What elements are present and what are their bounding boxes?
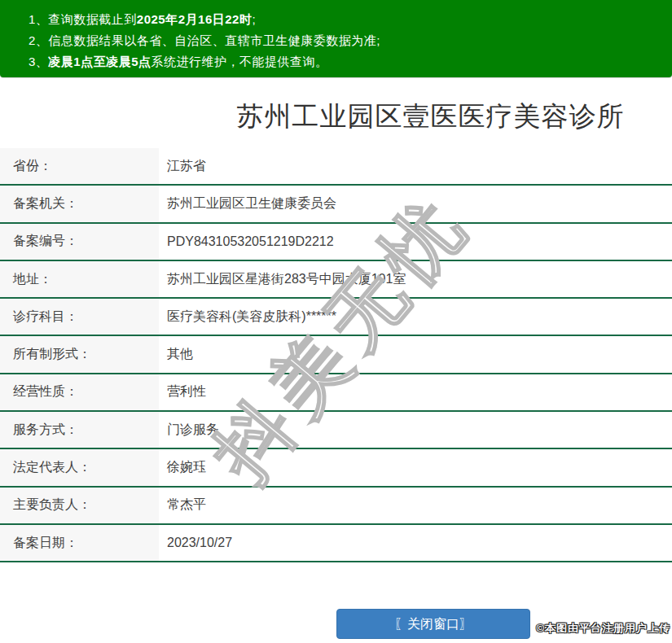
row-value: 医疗美容科(美容皮肤科)****** — [159, 299, 672, 335]
row-label: 地址： — [0, 261, 159, 297]
row-value: 苏州工业园区星港街283号中园大厦101室 — [159, 261, 672, 297]
notice-banner: 1、查询数据截止到2025年2月16日22时; 2、信息数据结果以各省、自治区、… — [0, 0, 672, 77]
notice-line-3-suffix: 系统进行维护，不能提供查询。 — [152, 55, 328, 68]
table-row-province: 省份： 江苏省 — [0, 148, 672, 186]
table-row-filing-date: 备案日期： 2023/10/27 — [0, 525, 672, 562]
table-row-service-mode: 服务方式： 门诊服务 — [0, 412, 672, 449]
row-label: 诊疗科目： — [0, 299, 159, 335]
row-value: 江苏省 — [159, 148, 672, 184]
row-label: 主要负责人： — [0, 488, 159, 523]
notice-line-3-text: 3、 — [29, 55, 48, 68]
row-label: 省份： — [0, 148, 159, 184]
row-value: 营利性 — [159, 374, 672, 410]
row-value: 苏州工业园区卫生健康委员会 — [159, 186, 672, 221]
row-value: 门诊服务 — [159, 412, 672, 448]
table-row-principal-person: 主要负责人： 常杰平 — [0, 488, 672, 525]
row-label: 备案编号： — [0, 224, 159, 260]
uploader-watermark: ©本图由平台注册用户上传 — [536, 621, 670, 636]
registration-info-table: 省份： 江苏省 备案机关： 苏州工业园区卫生健康委员会 备案编号： PDY843… — [0, 148, 672, 562]
notice-line-3-bold: 凌晨1点至凌晨5点 — [48, 55, 151, 68]
notice-line-1-bold: 2025年2月16日22时 — [137, 12, 253, 26]
row-label: 备案机关： — [0, 186, 159, 221]
row-value: 其他 — [159, 336, 672, 372]
page-title: 苏州工业园区壹医医疗美容诊所 — [94, 98, 672, 135]
row-label: 法定代表人： — [0, 449, 159, 485]
notice-line-2: 2、信息数据结果以各省、自治区、直辖市卫生健康委数据为准; — [29, 30, 664, 51]
table-row-business-nature: 经营性质： 营利性 — [0, 374, 672, 412]
row-value: 徐婉珏 — [159, 449, 672, 485]
row-label: 服务方式： — [0, 412, 159, 448]
table-row-legal-representative: 法定代表人： 徐婉珏 — [0, 449, 672, 487]
notice-line-1-text: 1、查询数据截止到 — [29, 12, 137, 26]
close-window-button[interactable]: 〖关闭窗口〗 — [336, 609, 530, 639]
row-label: 备案日期： — [0, 525, 159, 561]
table-row-filing-authority: 备案机关： 苏州工业园区卫生健康委员会 — [0, 186, 672, 223]
row-value: PDY84310532051219D2212 — [159, 224, 672, 260]
row-label: 所有制形式： — [0, 336, 159, 372]
notice-line-1-suffix: ; — [252, 12, 256, 26]
row-label: 经营性质： — [0, 374, 159, 410]
table-row-ownership-form: 所有制形式： 其他 — [0, 336, 672, 374]
table-row-clinical-subjects: 诊疗科目： 医疗美容科(美容皮肤科)****** — [0, 299, 672, 336]
row-value: 2023/10/27 — [159, 525, 672, 561]
notice-line-3: 3、凌晨1点至凌晨5点系统进行维护，不能提供查询。 — [29, 51, 664, 72]
table-row-address: 地址： 苏州工业园区星港街283号中园大厦101室 — [0, 261, 672, 299]
notice-line-2-text: 2、信息数据结果以各省、自治区、直辖市卫生健康委数据为准; — [29, 33, 380, 47]
row-value: 常杰平 — [159, 488, 672, 523]
notice-line-1: 1、查询数据截止到2025年2月16日22时; — [29, 9, 664, 30]
table-row-filing-number: 备案编号： PDY84310532051219D2212 — [0, 224, 672, 261]
